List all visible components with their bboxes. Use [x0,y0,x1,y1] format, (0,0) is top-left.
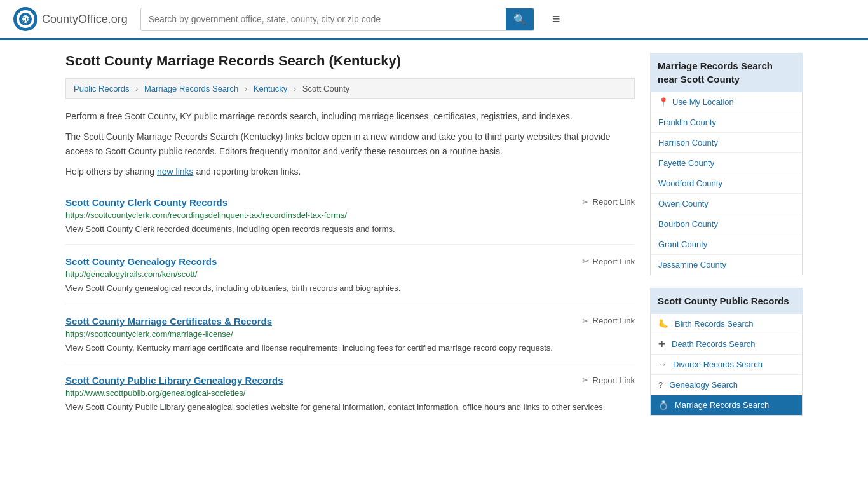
record-desc-1: View Scott County genealogical records, … [65,282,635,295]
public-record-link-3[interactable]: Genealogy Search [669,380,738,390]
public-record-item-3[interactable]: ? Genealogy Search [651,375,802,395]
report-icon-3: ✂ [582,375,590,385]
menu-button[interactable]: ≡ [552,11,560,27]
public-record-link-1[interactable]: Death Records Search [672,339,756,349]
record-title-1[interactable]: Scott County Genealogy Records [65,256,217,267]
breadcrumb-kentucky[interactable]: Kentucky [254,84,287,93]
report-link-2[interactable]: ✂ Report Link [582,316,635,326]
report-label-0: Report Link [593,197,635,207]
logo-text: CountyOffice.org [42,13,128,26]
breadcrumb-marriage-records[interactable]: Marriage Records Search [144,84,238,93]
logo-link[interactable]: Co CountyOffice.org [13,6,128,32]
breadcrumb-scott-county: Scott County [302,84,349,93]
record-desc-3: View Scott County Public Library genealo… [65,401,635,414]
nearby-county-1[interactable]: Harrison County [651,133,802,153]
nearby-county-2[interactable]: Fayette County [651,153,802,173]
nearby-heading: Marriage Records Search near Scott Count… [650,53,803,92]
breadcrumb-sep-2: › [245,84,247,93]
report-link-1[interactable]: ✂ Report Link [582,256,635,266]
public-records-list: 🦶 Birth Records Search ✚ Death Records S… [650,314,803,416]
record-type-icon-2: ↔ [658,360,667,369]
new-links-link[interactable]: new links [157,166,194,177]
use-my-location-link[interactable]: Use My Location [672,97,734,107]
breadcrumb-sep-3: › [294,84,296,93]
nearby-county-link-4[interactable]: Owen County [658,199,709,208]
page-title: Scott County Marriage Records Search (Ke… [65,53,635,69]
public-record-item-4[interactable]: 💍 Marriage Records Search [651,395,802,415]
search-button[interactable]: 🔍 [506,8,534,30]
report-label-2: Report Link [593,316,635,325]
nearby-county-link-0[interactable]: Franklin County [658,118,716,127]
breadcrumb-sep-1: › [135,84,138,93]
record-title-0[interactable]: Scott County Clerk County Records [65,197,227,208]
nearby-county-6[interactable]: Grant County [651,234,802,255]
logo-icon: Co [13,6,38,32]
search-input[interactable] [141,9,506,29]
report-link-0[interactable]: ✂ Report Link [582,197,635,207]
report-link-3[interactable]: ✂ Report Link [582,375,635,385]
nearby-county-0[interactable]: Franklin County [651,112,802,133]
public-record-link-0[interactable]: Birth Records Search [675,319,754,329]
record-desc-0: View Scott County Clerk recorded documen… [65,223,635,236]
main-container: Scott County Marriage Records Search (Ke… [53,40,815,441]
content-area: Scott County Marriage Records Search (Ke… [65,53,635,428]
breadcrumb-public-records[interactable]: Public Records [74,84,129,93]
public-records-heading: Scott County Public Records [650,288,803,314]
record-item: Scott County Marriage Certificates & Rec… [65,304,635,364]
description-1: Perform a free Scott County, KY public m… [65,109,635,123]
nearby-county-link-2[interactable]: Fayette County [658,158,714,168]
record-item: Scott County Public Library Genealogy Re… [65,363,635,423]
breadcrumb: Public Records › Marriage Records Search… [65,78,635,99]
public-record-item-0[interactable]: 🦶 Birth Records Search [651,314,802,334]
svg-text:Co: Co [21,16,29,23]
public-record-link-4[interactable]: Marriage Records Search [675,400,769,410]
nearby-county-4[interactable]: Owen County [651,194,802,214]
record-item: Scott County Genealogy Records ✂ Report … [65,245,635,304]
public-record-item-1[interactable]: ✚ Death Records Search [651,334,802,355]
nearby-counties-container: Franklin CountyHarrison CountyFayette Co… [651,112,802,274]
nearby-county-link-6[interactable]: Grant County [658,240,707,249]
nearby-list: 📍 Use My Location Franklin CountyHarriso… [650,92,803,275]
record-item: Scott County Clerk County Records ✂ Repo… [65,186,635,245]
record-url-3: http://www.scottpublib.org/genealogical-… [65,388,635,398]
record-desc-2: View Scott County, Kentucky marriage cer… [65,342,635,355]
record-type-icon-3: ? [658,380,663,390]
report-icon-0: ✂ [582,197,590,207]
sidebar: Marriage Records Search near Scott Count… [650,53,803,428]
nearby-county-link-7[interactable]: Jessamine County [658,260,726,269]
public-record-item-2[interactable]: ↔ Divorce Records Search [651,355,802,375]
description-2: The Scott County Marriage Records Search… [65,130,635,158]
report-label-3: Report Link [593,376,635,385]
nearby-county-5[interactable]: Bourbon County [651,214,802,234]
record-type-icon-0: 🦶 [658,319,668,329]
site-header: Co CountyOffice.org 🔍 ≡ [0,0,868,40]
record-type-icon-4: 💍 [658,400,668,410]
pin-icon: 📍 [658,97,668,107]
nearby-county-link-5[interactable]: Bourbon County [658,219,718,229]
record-url-0: https://scottcountyclerk.com/recordingsd… [65,210,635,220]
public-records-container: 🦶 Birth Records Search ✚ Death Records S… [651,314,802,415]
description-3: Help others by sharing new links and rep… [65,165,635,179]
report-icon-2: ✂ [582,316,590,326]
public-record-link-2[interactable]: Divorce Records Search [673,360,763,369]
record-title-2[interactable]: Scott County Marriage Certificates & Rec… [65,316,272,327]
nearby-section: Marriage Records Search near Scott Count… [650,53,803,275]
nearby-county-link-3[interactable]: Woodford County [658,179,722,188]
record-type-icon-1: ✚ [658,339,665,349]
nearby-county-link-1[interactable]: Harrison County [658,138,718,147]
use-my-location-item[interactable]: 📍 Use My Location [651,92,802,112]
record-url-1: http://genealogytrails.com/ken/scott/ [65,269,635,279]
records-list: Scott County Clerk County Records ✂ Repo… [65,186,635,423]
search-bar: 🔍 [140,8,534,31]
nearby-county-3[interactable]: Woodford County [651,173,802,194]
report-icon-1: ✂ [582,256,590,266]
public-records-section: Scott County Public Records 🦶 Birth Reco… [650,288,803,416]
report-label-1: Report Link [593,257,635,266]
record-url-2: https://scottcountyclerk.com/marriage-li… [65,329,635,339]
record-title-3[interactable]: Scott County Public Library Genealogy Re… [65,375,283,386]
nearby-county-7[interactable]: Jessamine County [651,255,802,274]
